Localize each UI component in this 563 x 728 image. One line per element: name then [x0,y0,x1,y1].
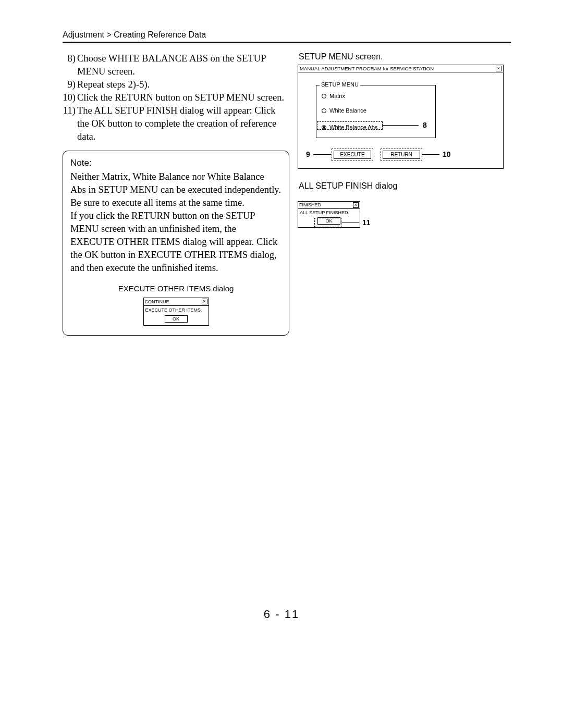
radio-label: White Balance Abs [329,124,377,130]
radio-white-balance[interactable]: White Balance [322,107,366,114]
radio-matrix[interactable]: Matrix [322,93,345,99]
callout-line-8 [382,125,419,126]
step-11: 11) The ALL SETUP FINISH dialog will app… [63,104,289,143]
radio-white-balance-abs[interactable]: White Balance Abs [322,124,377,130]
close-icon[interactable]: × [202,299,207,304]
left-column: 8) Choose WHITE BALANCE ABS on the SETUP… [63,52,295,336]
setup-menu-caption: SETUP MENU screen. [299,52,511,61]
setup-menu-figure: MANUAL ADJUSTMENT PROGRAM for SERVICE ST… [298,65,504,169]
step-8: 8) Choose WHITE BALANCE ABS on the SETUP… [63,52,289,78]
step-number: 10) [63,91,77,104]
dialog-title: FINISHED [299,202,321,208]
eoi-caption: EXECUTE OTHER ITEMS dialog [70,283,282,294]
callout-8: 8 [423,121,427,129]
callout-11: 11 [362,218,371,227]
dialog-titlebar: FINISHED × [298,202,360,209]
dialog-body: EXECUTE OTHER ITEMS. OK [144,306,209,325]
step-10: 10) Click the RETURN button on SETUP MEN… [63,91,289,104]
execute-other-items-figure: EXECUTE OTHER ITEMS dialog CONTINUE × EX… [70,283,282,326]
eoi-dialog: CONTINUE × EXECUTE OTHER ITEMS. OK [143,298,209,326]
step-text: Repeat steps 2)-5). [77,78,289,91]
step-9: 9) Repeat steps 2)-5). [63,78,289,91]
callout-line-9 [313,154,331,155]
radio-icon [322,125,326,130]
callout-line-10 [422,154,439,155]
step-text: The ALL SETUP FINISH dialog will appear:… [77,104,289,143]
two-column-layout: 8) Choose WHITE BALANCE ABS on the SETUP… [63,52,511,336]
radio-label: Matrix [329,93,345,99]
setup-menu-fieldset: SETUP MENU Matrix White Balance White Ba… [316,85,436,138]
note-box: Note: Neither Matrix, White Balance nor … [63,151,289,336]
callout-line-11 [341,223,359,223]
radio-icon [322,94,326,98]
note-paragraph-1: Neither Matrix, White Balance nor White … [70,170,282,209]
window-title: MANUAL ADJUSTMENT PROGRAM for SERVICE ST… [300,66,434,71]
step-number: 11) [63,104,77,143]
step-number: 8) [63,52,77,78]
setup-menu-window: MANUAL ADJUSTMENT PROGRAM for SERVICE ST… [298,65,504,169]
radio-label: White Balance [329,107,366,114]
dialog-message: ALL SETUP FINISHED. [300,210,358,215]
step-text: Click the RETURN button on SETUP MENU sc… [77,91,289,104]
close-icon[interactable]: × [353,202,359,208]
step-number: 9) [63,78,77,91]
dialog-message: EXECUTE OTHER ITEMS. [145,307,207,313]
steps-list: 8) Choose WHITE BALANCE ABS on the SETUP… [63,52,289,143]
breadcrumb: Adjustment > Creating Reference Data [63,30,511,40]
ok-button[interactable]: OK [165,315,188,323]
note-heading: Note: [70,157,282,169]
callout-10: 10 [443,150,451,158]
close-icon[interactable]: × [496,66,501,71]
callout-highlight-execute [332,149,373,161]
dialog-title: CONTINUE [145,299,169,305]
note-paragraph-2: If you click the RETURN button on the SE… [70,209,282,275]
finish-dialog-figure: FINISHED × ALL SETUP FINISHED. OK 11 [298,201,402,228]
page-number: 6 - 11 [0,608,563,621]
callout-highlight-return [381,149,422,161]
header-rule [63,42,511,43]
radio-icon [322,108,326,113]
callout-highlight-ok [314,218,341,227]
finish-dialog-caption: ALL SETUP FINISH dialog [299,181,511,191]
callout-9: 9 [306,150,310,158]
dialog-titlebar: CONTINUE × [144,298,209,306]
step-text: Choose WHITE BALANCE ABS on the SETUP ME… [77,52,289,78]
right-column: SETUP MENU screen. MANUAL ADJUSTMENT PRO… [295,52,511,228]
fieldset-legend: SETUP MENU [320,81,360,88]
window-titlebar: MANUAL ADJUSTMENT PROGRAM for SERVICE ST… [298,65,503,72]
page: Adjustment > Creating Reference Data 8) … [0,0,563,728]
